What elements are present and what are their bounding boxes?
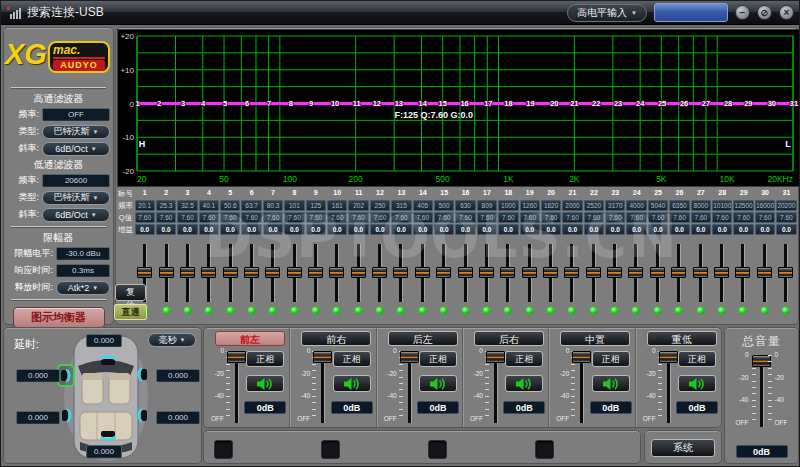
channel-fader[interactable]: [408, 351, 411, 423]
eq-band-fader[interactable]: [677, 244, 680, 302]
fader-handle[interactable]: [458, 267, 473, 278]
eq-freq-cell[interactable]: 20200: [776, 200, 796, 211]
limiter-release-select[interactable]: Atk*2▼: [56, 281, 110, 295]
graphic-eq-button[interactable]: 图示均衡器: [13, 307, 105, 328]
eq-freq-cell[interactable]: 63.7: [241, 200, 261, 211]
eq-band-fader[interactable]: [720, 244, 723, 302]
eq-q-cell[interactable]: 7.60: [370, 212, 390, 223]
indicator-square-2[interactable]: [321, 440, 340, 459]
eq-q-cell[interactable]: 7.60: [498, 212, 518, 223]
eq-band-fader[interactable]: [656, 244, 659, 302]
eq-gain-cell[interactable]: 0.0: [306, 224, 326, 235]
eq-band-fader[interactable]: [229, 244, 232, 302]
system-button[interactable]: 系统: [651, 439, 715, 457]
eq-reset-button[interactable]: 复位: [115, 284, 146, 301]
eq-freq-cell[interactable]: 1620: [541, 200, 561, 211]
eq-gain-cell[interactable]: 0.0: [434, 224, 454, 235]
eq-q-cell[interactable]: 7.60: [391, 212, 411, 223]
eq-band-fader[interactable]: [378, 244, 381, 302]
eq-q-cell[interactable]: 7.60: [712, 212, 732, 223]
fader-handle[interactable]: [564, 267, 579, 278]
eq-band-fader[interactable]: [549, 244, 552, 302]
eq-gain-cell[interactable]: 0.0: [605, 224, 625, 235]
fader-handle[interactable]: [693, 267, 708, 278]
channel-fader[interactable]: [580, 351, 583, 423]
eq-q-cell[interactable]: 7.60: [520, 212, 540, 223]
fader-handle[interactable]: [543, 267, 558, 278]
fader-handle[interactable]: [223, 267, 238, 278]
eq-freq-cell[interactable]: 40.1: [199, 200, 219, 211]
phase-button[interactable]: 正相: [592, 351, 630, 367]
eq-freq-cell[interactable]: 12500: [733, 200, 753, 211]
eq-gain-cell[interactable]: 0.0: [712, 224, 732, 235]
eq-q-cell[interactable]: 7.60: [541, 212, 561, 223]
eq-graph[interactable]: +20+100-10-2020501002005001K2K5K10K20KHz…: [117, 29, 800, 187]
fader-handle[interactable]: [415, 267, 430, 278]
fader-handle[interactable]: [244, 267, 259, 278]
fader-handle[interactable]: [650, 267, 665, 278]
fader-handle[interactable]: [522, 267, 537, 278]
eq-band-fader[interactable]: [784, 244, 787, 302]
eq-freq-cell[interactable]: 250: [370, 200, 390, 211]
eq-q-cell[interactable]: 7.60: [135, 212, 155, 223]
eq-gain-cell[interactable]: 0.0: [626, 224, 646, 235]
eq-q-cell[interactable]: 7.60: [241, 212, 261, 223]
eq-freq-cell[interactable]: 10100: [712, 200, 732, 211]
eq-gain-cell[interactable]: 0.0: [370, 224, 390, 235]
eq-q-cell[interactable]: 7.60: [263, 212, 283, 223]
eq-freq-cell[interactable]: 25.3: [156, 200, 176, 211]
eq-gain-cell[interactable]: 0.0: [177, 224, 197, 235]
phase-button[interactable]: 正相: [246, 351, 284, 367]
eq-gain-cell[interactable]: 0.0: [156, 224, 176, 235]
eq-freq-cell[interactable]: 2000: [562, 200, 582, 211]
eq-gain-cell[interactable]: 0.0: [263, 224, 283, 235]
delay-unit-select[interactable]: 毫秒▼: [148, 333, 196, 347]
eq-freq-cell[interactable]: 50.6: [220, 200, 240, 211]
eq-freq-cell[interactable]: 3170: [605, 200, 625, 211]
eq-q-cell[interactable]: 7.60: [648, 212, 668, 223]
channel-select-button[interactable]: 重低: [647, 331, 717, 346]
input-mode-select[interactable]: 高电平输入 ▼: [567, 4, 647, 22]
mute-button[interactable]: [419, 375, 457, 392]
eq-freq-cell[interactable]: 630: [455, 200, 475, 211]
eq-band-fader[interactable]: [699, 244, 702, 302]
hpf-freq-input[interactable]: OFF: [42, 108, 110, 121]
eq-freq-cell[interactable]: 32.5: [177, 200, 197, 211]
eq-band-fader[interactable]: [207, 244, 210, 302]
fader-handle[interactable]: [159, 267, 174, 278]
eq-q-cell[interactable]: 7.60: [455, 212, 475, 223]
mute-button[interactable]: [678, 375, 716, 392]
eq-band-fader[interactable]: [314, 244, 317, 302]
phase-button[interactable]: 正相: [678, 351, 716, 367]
fader-handle[interactable]: [308, 267, 323, 278]
eq-q-cell[interactable]: 7.60: [605, 212, 625, 223]
eq-band-fader[interactable]: [250, 244, 253, 302]
eq-gain-cell[interactable]: 0.0: [541, 224, 561, 235]
eq-gain-cell[interactable]: 0.0: [135, 224, 155, 235]
eq-freq-cell[interactable]: 2520: [584, 200, 604, 211]
channel-fader[interactable]: [667, 351, 670, 423]
eq-gain-cell[interactable]: 0.0: [498, 224, 518, 235]
fader-handle[interactable]: [436, 267, 451, 278]
eq-freq-cell[interactable]: 4000: [626, 200, 646, 211]
connect-button[interactable]: [654, 3, 728, 22]
eq-gain-cell[interactable]: 0.0: [477, 224, 497, 235]
eq-band-fader[interactable]: [442, 244, 445, 302]
eq-band-fader[interactable]: [634, 244, 637, 302]
channel-select-button[interactable]: 中置: [560, 331, 630, 346]
eq-q-cell[interactable]: 7.60: [413, 212, 433, 223]
mute-button[interactable]: [505, 375, 543, 392]
hpf-slope-select[interactable]: 6dB/Oct▼: [42, 142, 110, 156]
master-fader[interactable]: [760, 355, 763, 427]
eq-gain-cell[interactable]: 0.0: [327, 224, 347, 235]
eq-q-cell[interactable]: 7.60: [626, 212, 646, 223]
phase-button[interactable]: 正相: [419, 351, 457, 367]
eq-gain-cell[interactable]: 0.0: [520, 224, 540, 235]
eq-band-fader[interactable]: [592, 244, 595, 302]
fader-handle[interactable]: [329, 267, 344, 278]
eq-band-fader[interactable]: [464, 244, 467, 302]
channel-fader[interactable]: [321, 351, 324, 423]
delay-rear-left-input[interactable]: 0.000: [16, 411, 60, 424]
eq-q-cell[interactable]: 7.60: [562, 212, 582, 223]
eq-band-fader[interactable]: [357, 244, 360, 302]
